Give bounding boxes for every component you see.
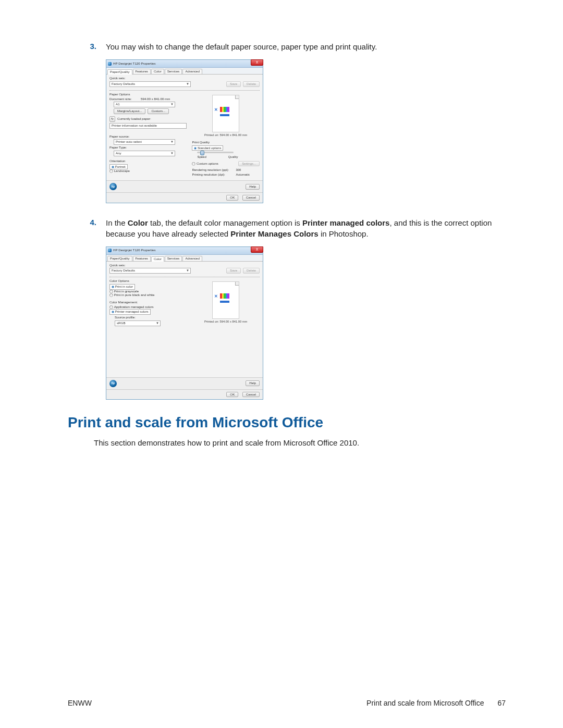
print-res-label: Printing resolution (dpi):	[192, 173, 236, 177]
titlebar: HP Designjet T120 Properties X	[106, 247, 263, 255]
tab-advanced[interactable]: Advanced	[182, 256, 202, 261]
tab-advanced[interactable]: Advanced	[182, 69, 202, 74]
app-managed-colors[interactable]: Application managed colors	[109, 305, 192, 309]
save-button[interactable]: Save	[226, 81, 241, 87]
tab-features[interactable]: Features	[133, 69, 151, 74]
print-preview: ✕	[212, 95, 239, 132]
quality-standard[interactable]: Standard options	[192, 145, 223, 151]
quicksets-label: Quick sets:	[109, 264, 260, 267]
quality-custom[interactable]: Custom options	[192, 162, 218, 166]
footer-left: ENWW	[68, 699, 92, 707]
margins-button[interactable]: Margins/Layout...	[114, 108, 145, 114]
print-quality-title: Print Quality	[192, 141, 260, 144]
render-res-value: 300	[236, 168, 241, 172]
dialog-paper-quality: HP Designjet T120 Properties X Paper/Qua…	[106, 59, 263, 203]
quicksets-select[interactable]: Factory Defaults▼	[109, 268, 191, 274]
page-footer: ENWW Print and scale from Microsoft Offi…	[68, 699, 506, 707]
section-body: This section demonstrates how to print a…	[94, 438, 506, 447]
page-number: 67	[497, 699, 506, 707]
quicksets-label: Quick sets:	[109, 77, 260, 80]
step-3-text: You may wish to change the default paper…	[106, 42, 377, 52]
printer-info: Printer information not available	[109, 123, 187, 129]
tab-paper-quality[interactable]: Paper/Quality	[107, 256, 132, 261]
custom-button[interactable]: Custom...	[148, 108, 168, 114]
hp-logo-icon: hp	[109, 183, 117, 190]
orientation-portrait[interactable]: Portrait	[109, 164, 128, 170]
printer-managed-colors[interactable]: Printer managed colors	[109, 309, 151, 315]
footer-right: Print and scale from Microsoft Office	[366, 699, 484, 707]
step-3: 3. You may wish to change the default pa…	[68, 42, 506, 52]
tabs: Paper/Quality Features Color Services Ad…	[106, 255, 263, 262]
tab-color[interactable]: Color	[151, 256, 164, 262]
cancel-button[interactable]: Cancel	[242, 195, 260, 201]
dialog-title: HP Designjet T120 Properties	[113, 249, 156, 252]
orientation-title: Orientation	[109, 159, 192, 163]
close-button[interactable]: X	[251, 59, 263, 66]
help-button[interactable]: Help	[246, 184, 260, 190]
render-res-label: Rendering resolution (ppi):	[192, 168, 236, 172]
delete-button[interactable]: Delete	[243, 81, 260, 87]
preview-caption: Printed on: 594.00 x 841.00 mm	[192, 320, 260, 323]
paper-type-label: Paper Type:	[109, 146, 192, 150]
step-4-number: 4.	[68, 218, 106, 239]
ok-button[interactable]: OK	[226, 392, 238, 398]
hp-icon	[108, 62, 112, 66]
step-4: 4. In the Color tab, the default color m…	[68, 218, 506, 239]
cancel-button[interactable]: Cancel	[242, 392, 260, 398]
ok-button[interactable]: OK	[226, 195, 238, 201]
print-bw[interactable]: Print in pure black and white	[109, 293, 192, 297]
hp-logo-icon: hp	[109, 380, 117, 387]
hp-icon	[108, 249, 112, 252]
tab-services[interactable]: Services	[165, 69, 182, 74]
preview-caption: Printed on: 594.00 x 841.00 mm	[192, 133, 260, 137]
step-3-number: 3.	[68, 42, 106, 52]
section-heading: Print and scale from Microsoft Office	[68, 414, 506, 431]
docsize-label: Document size:	[109, 97, 141, 101]
dialog-title: HP Designjet T120 Properties	[113, 62, 156, 66]
orientation-landscape[interactable]: Landscape	[109, 169, 192, 173]
paper-source-label: Paper source:	[109, 135, 192, 139]
tab-paper-quality[interactable]: Paper/Quality	[107, 69, 132, 75]
print-in-color[interactable]: Print in color	[109, 284, 135, 290]
quality-slider[interactable]	[197, 152, 234, 153]
step-4-text: In the Color tab, the default color mana…	[106, 218, 506, 239]
refresh-icon[interactable]: ↻	[109, 116, 115, 122]
tab-services[interactable]: Services	[165, 256, 182, 261]
paper-source-select[interactable]: Printer auto select▼	[114, 139, 175, 145]
docsize-select[interactable]: A1▼	[114, 102, 175, 107]
quicksets-select[interactable]: Factory Defaults▼	[109, 81, 191, 87]
color-mgmt-title: Color Management:	[109, 301, 192, 304]
titlebar: HP Designjet T120 Properties X	[106, 60, 263, 68]
docsize-value: 594.00 x 841.00 mm	[141, 97, 170, 101]
quality-label: Quality	[228, 155, 238, 159]
tabs: Paper/Quality Features Color Services Ad…	[106, 68, 263, 75]
print-preview: ✕	[212, 281, 239, 319]
quality-settings-button[interactable]: Settings...	[238, 161, 260, 167]
tab-color[interactable]: Color	[151, 69, 164, 74]
dialog-color: HP Designjet T120 Properties X Paper/Qua…	[106, 246, 263, 400]
close-button[interactable]: X	[251, 246, 263, 253]
print-res-value: Automatic	[236, 173, 250, 177]
source-profile-label: Source profile:	[109, 316, 192, 319]
paper-options-title: Paper Options	[109, 93, 192, 96]
loaded-paper-label: Currently loaded paper:	[117, 117, 151, 121]
tab-features[interactable]: Features	[133, 256, 151, 261]
paper-type-select[interactable]: Any▼	[114, 151, 175, 156]
speed-label: Speed	[197, 155, 206, 159]
delete-button[interactable]: Delete	[243, 268, 260, 274]
help-button[interactable]: Help	[246, 380, 260, 386]
save-button[interactable]: Save	[226, 268, 241, 274]
source-profile-select[interactable]: sRGB▼	[115, 320, 161, 326]
color-options-title: Color Options	[109, 279, 192, 283]
